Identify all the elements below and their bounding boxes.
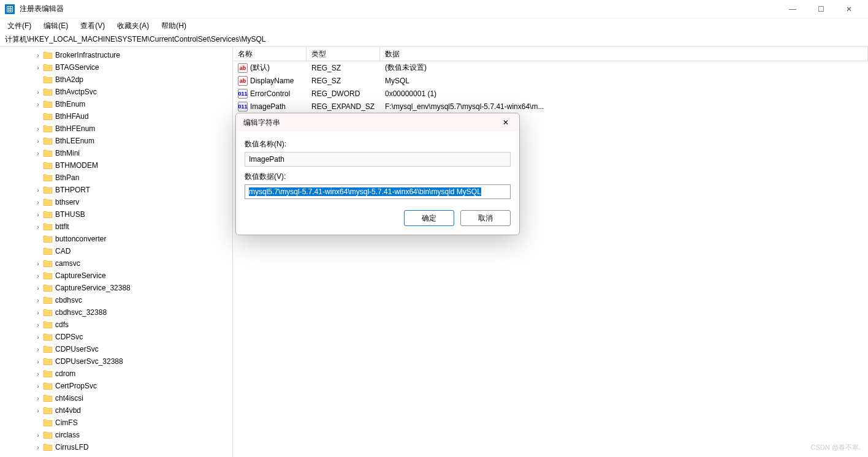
tree-item[interactable]: CAD [0,245,232,257]
maximize-button[interactable]: ☐ [807,0,835,18]
tree-item[interactable]: ›bttflt [0,221,232,233]
chevron-right-icon[interactable]: › [34,309,42,316]
list-row[interactable]: abDisplayNameREG_SZMySQL [233,74,868,87]
tree-label: bttflt [55,222,69,231]
menubar: 文件(F) 编辑(E) 查看(V) 收藏夹(A) 帮助(H) [0,18,868,33]
chevron-right-icon[interactable]: › [34,444,42,451]
chevron-right-icon[interactable]: › [34,199,42,206]
values-panel[interactable]: 名称 类型 数据 ab(默认)REG_SZ(数值未设置)abDisplayNam… [233,47,868,457]
tree-item[interactable]: ›CertPropSvc [0,380,232,392]
tree-item[interactable]: ›BthHFEnum [0,123,232,135]
chevron-right-icon[interactable]: › [34,407,42,414]
chevron-right-icon[interactable]: › [34,273,42,279]
tree-item[interactable]: ›cht4vbd [0,404,232,417]
tree-item[interactable]: ›BthLEEnum [0,135,232,147]
tree-label: BthHFEnum [55,124,95,133]
address-bar[interactable]: 计算机\HKEY_LOCAL_MACHINE\SYSTEM\CurrentCon… [0,33,868,47]
tree-item[interactable]: ›cdrom [0,368,232,380]
tree-item[interactable]: ›BTAGService [0,61,232,74]
folder-icon [43,394,53,402]
tree-item[interactable]: ›BthAvctpSvc [0,86,232,98]
chevron-right-icon[interactable]: › [34,89,42,96]
chevron-right-icon[interactable]: › [34,297,42,304]
col-data[interactable]: 数据 [380,47,868,61]
folder-icon [43,149,53,157]
col-type[interactable]: 类型 [306,47,380,61]
tree-item[interactable]: ›CaptureService_32388 [0,282,232,294]
chevron-right-icon[interactable]: › [34,371,42,377]
tree-item[interactable]: ›BTHPORT [0,184,232,196]
folder-icon [43,63,53,72]
tree-item[interactable]: BthHFAud [0,110,232,123]
value-type: REG_EXPAND_SZ [306,102,380,111]
folder-icon [43,124,53,133]
dialog-titlebar[interactable]: 编辑字符串 ✕ [236,113,519,132]
tree-item[interactable]: ›cht4iscsi [0,392,232,404]
tree-item[interactable]: ›bthserv [0,196,232,208]
dialog-close-button[interactable]: ✕ [497,116,514,129]
chevron-right-icon[interactable]: › [34,224,42,230]
tree-item[interactable]: ›circlass [0,429,232,441]
chevron-right-icon[interactable]: › [34,346,42,353]
tree-label: BthMini [55,149,80,157]
tree-item[interactable]: ›CDPUserSvc [0,343,232,355]
chevron-right-icon[interactable]: › [34,260,42,267]
chevron-right-icon[interactable]: › [34,138,42,145]
chevron-right-icon[interactable]: › [34,52,42,59]
tree-item[interactable]: ›cbdhsvc_32388 [0,306,232,319]
folder-icon [43,431,53,439]
chevron-right-icon[interactable]: › [34,322,42,328]
chevron-right-icon[interactable]: › [34,395,42,402]
chevron-right-icon[interactable]: › [34,432,42,439]
menu-favorites[interactable]: 收藏夹(A) [112,20,154,32]
value-data-input[interactable]: mysql5.7\mysql-5.7.41-winx64\mysql-5.7.4… [245,184,511,199]
tree-item[interactable]: ›cdfs [0,319,232,331]
tree-item[interactable]: BTHMODEM [0,159,232,172]
menu-view[interactable]: 查看(V) [75,20,110,32]
menu-help[interactable]: 帮助(H) [156,20,191,32]
col-name[interactable]: 名称 [233,47,306,61]
value-name: (默认) [250,62,270,73]
tree-panel[interactable]: ›BrokerInfrastructure›BTAGServiceBthA2dp… [0,47,233,457]
list-row[interactable]: ab(默认)REG_SZ(数值未设置) [233,61,868,74]
tree-label: cdrom [55,369,75,378]
close-button[interactable]: ✕ [835,0,863,18]
folder-icon [43,357,53,366]
ok-button[interactable]: 确定 [404,210,454,226]
tree-item[interactable]: ›CaptureService [0,270,232,282]
tree-item[interactable]: ›cbdhsvc [0,294,232,306]
value-name-input[interactable] [245,152,511,167]
chevron-right-icon[interactable]: › [34,358,42,365]
list-row[interactable]: 011ImagePathREG_EXPAND_SZF:\mysql_env\my… [233,100,868,113]
folder-icon [43,406,53,415]
folder-icon [43,296,53,304]
tree-item[interactable]: ›CirrusLFD [0,441,232,453]
chevron-right-icon[interactable]: › [34,334,42,341]
chevron-right-icon[interactable]: › [34,101,42,108]
cancel-button[interactable]: 取消 [460,210,511,226]
chevron-right-icon[interactable]: › [34,285,42,292]
minimize-button[interactable]: — [779,0,807,18]
folder-icon [43,100,53,108]
chevron-right-icon[interactable]: › [34,64,42,71]
tree-item[interactable]: ›BrokerInfrastructure [0,49,232,61]
tree-item[interactable]: CimFS [0,417,232,429]
tree-item[interactable]: ›BthEnum [0,98,232,110]
list-row[interactable]: 011ErrorControlREG_DWORD0x00000001 (1) [233,87,868,100]
tree-item[interactable]: ›CDPSvc [0,331,232,343]
chevron-right-icon[interactable]: › [34,211,42,218]
tree-item[interactable]: BthA2dp [0,74,232,86]
tree-item[interactable]: ›BTHUSB [0,208,232,221]
tree-item[interactable]: ›BthMini [0,147,232,159]
menu-file[interactable]: 文件(F) [2,20,36,32]
value-type: REG_SZ [306,64,380,72]
chevron-right-icon[interactable]: › [34,383,42,390]
tree-item[interactable]: ›camsvc [0,257,232,270]
chevron-right-icon[interactable]: › [34,187,42,194]
tree-item[interactable]: buttonconverter [0,233,232,245]
chevron-right-icon[interactable]: › [34,126,42,132]
tree-item[interactable]: BthPan [0,172,232,184]
chevron-right-icon[interactable]: › [34,150,42,157]
menu-edit[interactable]: 编辑(E) [39,20,73,32]
tree-item[interactable]: ›CDPUserSvc_32388 [0,355,232,368]
